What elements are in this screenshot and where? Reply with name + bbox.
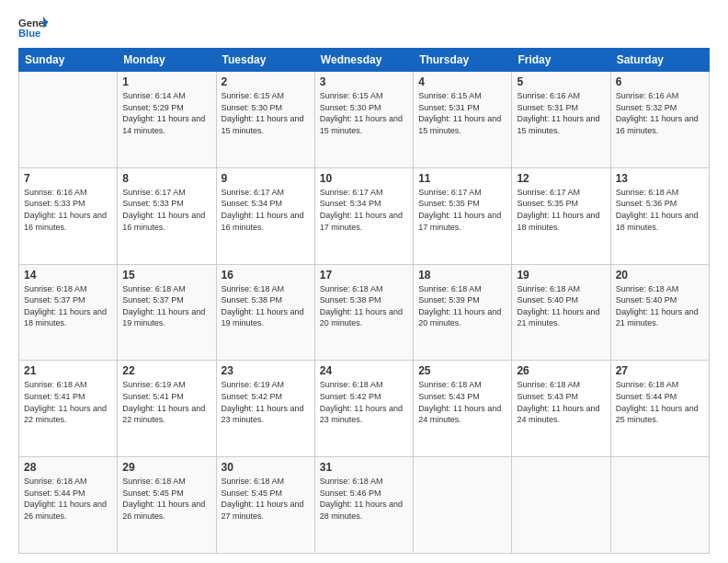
weekday-header: Saturday bbox=[610, 49, 709, 72]
calendar-cell: 18Sunrise: 6:18 AMSunset: 5:39 PMDayligh… bbox=[414, 264, 512, 361]
calendar-cell: 8Sunrise: 6:17 AMSunset: 5:33 PMDaylight… bbox=[118, 167, 216, 264]
calendar-cell: 9Sunrise: 6:17 AMSunset: 5:34 PMDaylight… bbox=[216, 167, 314, 264]
day-info: Sunrise: 6:17 AMSunset: 5:33 PMDaylight:… bbox=[122, 187, 210, 233]
day-info: Sunrise: 6:18 AMSunset: 5:39 PMDaylight:… bbox=[418, 283, 506, 329]
day-info: Sunrise: 6:18 AMSunset: 5:40 PMDaylight:… bbox=[517, 283, 605, 329]
calendar-cell bbox=[414, 457, 512, 554]
weekday-header: Thursday bbox=[414, 49, 512, 72]
day-number: 26 bbox=[517, 364, 605, 377]
day-number: 30 bbox=[222, 461, 310, 474]
day-number: 21 bbox=[24, 364, 112, 377]
day-number: 22 bbox=[122, 364, 210, 377]
calendar-cell bbox=[19, 72, 118, 168]
day-info: Sunrise: 6:17 AMSunset: 5:35 PMDaylight:… bbox=[418, 187, 506, 233]
day-info: Sunrise: 6:16 AMSunset: 5:33 PMDaylight:… bbox=[24, 187, 112, 233]
day-number: 28 bbox=[24, 461, 112, 474]
day-info: Sunrise: 6:18 AMSunset: 5:37 PMDaylight:… bbox=[24, 283, 112, 329]
day-number: 12 bbox=[517, 172, 605, 185]
day-number: 15 bbox=[122, 269, 210, 282]
calendar-cell: 30Sunrise: 6:18 AMSunset: 5:45 PMDayligh… bbox=[216, 457, 314, 554]
calendar-week-row: 1Sunrise: 6:14 AMSunset: 5:29 PMDaylight… bbox=[19, 72, 710, 168]
day-number: 4 bbox=[418, 75, 506, 88]
day-info: Sunrise: 6:18 AMSunset: 5:43 PMDaylight:… bbox=[418, 379, 506, 425]
calendar-cell: 22Sunrise: 6:19 AMSunset: 5:41 PMDayligh… bbox=[118, 361, 216, 457]
day-info: Sunrise: 6:15 AMSunset: 5:30 PMDaylight:… bbox=[320, 90, 408, 136]
calendar-cell: 14Sunrise: 6:18 AMSunset: 5:37 PMDayligh… bbox=[19, 264, 118, 361]
calendar-cell: 13Sunrise: 6:18 AMSunset: 5:36 PMDayligh… bbox=[610, 167, 709, 264]
calendar-week-row: 21Sunrise: 6:18 AMSunset: 5:41 PMDayligh… bbox=[19, 361, 710, 457]
day-number: 2 bbox=[222, 75, 310, 88]
day-info: Sunrise: 6:18 AMSunset: 5:45 PMDaylight:… bbox=[222, 476, 310, 522]
calendar-cell bbox=[610, 457, 709, 554]
calendar-cell: 23Sunrise: 6:19 AMSunset: 5:42 PMDayligh… bbox=[216, 361, 314, 457]
day-info: Sunrise: 6:18 AMSunset: 5:40 PMDaylight:… bbox=[616, 283, 704, 329]
day-number: 19 bbox=[517, 269, 605, 282]
calendar-cell: 6Sunrise: 6:16 AMSunset: 5:32 PMDaylight… bbox=[610, 72, 709, 168]
day-info: Sunrise: 6:18 AMSunset: 5:42 PMDaylight:… bbox=[320, 379, 408, 425]
day-info: Sunrise: 6:19 AMSunset: 5:41 PMDaylight:… bbox=[122, 379, 210, 425]
calendar-cell: 4Sunrise: 6:15 AMSunset: 5:31 PMDaylight… bbox=[414, 72, 512, 168]
header: General Blue bbox=[18, 15, 710, 40]
day-number: 14 bbox=[24, 269, 112, 282]
day-info: Sunrise: 6:18 AMSunset: 5:37 PMDaylight:… bbox=[122, 283, 210, 329]
day-number: 24 bbox=[320, 364, 408, 377]
day-info: Sunrise: 6:16 AMSunset: 5:32 PMDaylight:… bbox=[616, 90, 704, 136]
day-info: Sunrise: 6:16 AMSunset: 5:31 PMDaylight:… bbox=[517, 90, 605, 136]
day-info: Sunrise: 6:18 AMSunset: 5:41 PMDaylight:… bbox=[24, 379, 112, 425]
day-number: 29 bbox=[122, 461, 210, 474]
calendar-cell: 27Sunrise: 6:18 AMSunset: 5:44 PMDayligh… bbox=[610, 361, 709, 457]
day-number: 17 bbox=[320, 269, 408, 282]
calendar-cell: 16Sunrise: 6:18 AMSunset: 5:38 PMDayligh… bbox=[216, 264, 314, 361]
calendar-body: 1Sunrise: 6:14 AMSunset: 5:29 PMDaylight… bbox=[19, 72, 710, 554]
calendar-cell: 12Sunrise: 6:17 AMSunset: 5:35 PMDayligh… bbox=[512, 167, 610, 264]
day-number: 6 bbox=[616, 75, 704, 88]
day-number: 9 bbox=[222, 172, 310, 185]
calendar-cell: 11Sunrise: 6:17 AMSunset: 5:35 PMDayligh… bbox=[414, 167, 512, 264]
weekday-header: Tuesday bbox=[216, 49, 314, 72]
calendar-cell: 3Sunrise: 6:15 AMSunset: 5:30 PMDaylight… bbox=[314, 72, 413, 168]
day-info: Sunrise: 6:14 AMSunset: 5:29 PMDaylight:… bbox=[122, 90, 210, 136]
day-number: 23 bbox=[222, 364, 310, 377]
day-number: 16 bbox=[222, 269, 310, 282]
calendar-cell: 1Sunrise: 6:14 AMSunset: 5:29 PMDaylight… bbox=[118, 72, 216, 168]
day-info: Sunrise: 6:17 AMSunset: 5:34 PMDaylight:… bbox=[320, 187, 408, 233]
calendar-cell: 5Sunrise: 6:16 AMSunset: 5:31 PMDaylight… bbox=[512, 72, 610, 168]
day-number: 18 bbox=[418, 269, 506, 282]
logo: General Blue bbox=[18, 15, 51, 40]
calendar-cell: 10Sunrise: 6:17 AMSunset: 5:34 PMDayligh… bbox=[314, 167, 413, 264]
calendar-cell: 28Sunrise: 6:18 AMSunset: 5:44 PMDayligh… bbox=[19, 457, 118, 554]
calendar-header: SundayMondayTuesdayWednesdayThursdayFrid… bbox=[19, 49, 710, 72]
day-info: Sunrise: 6:18 AMSunset: 5:38 PMDaylight:… bbox=[222, 283, 310, 329]
weekday-row: SundayMondayTuesdayWednesdayThursdayFrid… bbox=[19, 49, 710, 72]
calendar-week-row: 28Sunrise: 6:18 AMSunset: 5:44 PMDayligh… bbox=[19, 457, 710, 554]
weekday-header: Monday bbox=[118, 49, 216, 72]
day-number: 1 bbox=[122, 75, 210, 88]
calendar-cell: 2Sunrise: 6:15 AMSunset: 5:30 PMDaylight… bbox=[216, 72, 314, 168]
day-info: Sunrise: 6:18 AMSunset: 5:44 PMDaylight:… bbox=[24, 476, 112, 522]
calendar-cell: 25Sunrise: 6:18 AMSunset: 5:43 PMDayligh… bbox=[414, 361, 512, 457]
calendar-cell: 26Sunrise: 6:18 AMSunset: 5:43 PMDayligh… bbox=[512, 361, 610, 457]
day-number: 5 bbox=[517, 75, 605, 88]
day-info: Sunrise: 6:15 AMSunset: 5:31 PMDaylight:… bbox=[418, 90, 506, 136]
day-number: 10 bbox=[320, 172, 408, 185]
calendar-week-row: 14Sunrise: 6:18 AMSunset: 5:37 PMDayligh… bbox=[19, 264, 710, 361]
day-info: Sunrise: 6:18 AMSunset: 5:38 PMDaylight:… bbox=[320, 283, 408, 329]
calendar-cell: 31Sunrise: 6:18 AMSunset: 5:46 PMDayligh… bbox=[314, 457, 413, 554]
logo-icon: General Blue bbox=[18, 15, 48, 40]
day-info: Sunrise: 6:18 AMSunset: 5:45 PMDaylight:… bbox=[122, 476, 210, 522]
day-number: 27 bbox=[616, 364, 704, 377]
day-number: 3 bbox=[320, 75, 408, 88]
calendar-table: SundayMondayTuesdayWednesdayThursdayFrid… bbox=[18, 48, 710, 554]
day-info: Sunrise: 6:17 AMSunset: 5:35 PMDaylight:… bbox=[517, 187, 605, 233]
calendar-cell: 24Sunrise: 6:18 AMSunset: 5:42 PMDayligh… bbox=[314, 361, 413, 457]
day-number: 25 bbox=[418, 364, 506, 377]
calendar-cell: 7Sunrise: 6:16 AMSunset: 5:33 PMDaylight… bbox=[19, 167, 118, 264]
day-number: 11 bbox=[418, 172, 506, 185]
page: General Blue SundayMondayTuesdayWednesda… bbox=[0, 0, 728, 563]
day-info: Sunrise: 6:17 AMSunset: 5:34 PMDaylight:… bbox=[222, 187, 310, 233]
calendar-cell: 17Sunrise: 6:18 AMSunset: 5:38 PMDayligh… bbox=[314, 264, 413, 361]
weekday-header: Sunday bbox=[19, 49, 118, 72]
day-info: Sunrise: 6:18 AMSunset: 5:44 PMDaylight:… bbox=[616, 379, 704, 425]
calendar-cell: 15Sunrise: 6:18 AMSunset: 5:37 PMDayligh… bbox=[118, 264, 216, 361]
day-info: Sunrise: 6:18 AMSunset: 5:43 PMDaylight:… bbox=[517, 379, 605, 425]
